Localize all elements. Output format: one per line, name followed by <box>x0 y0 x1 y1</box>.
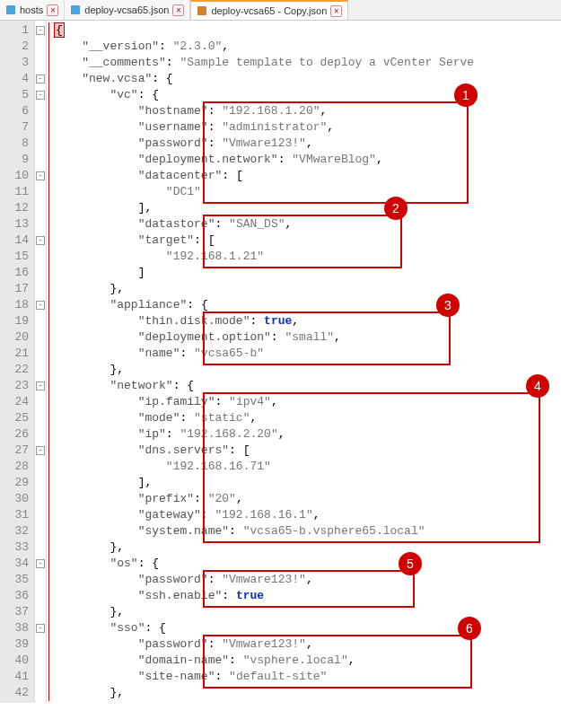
svg-rect-1 <box>71 5 80 14</box>
svg-rect-0 <box>6 5 15 14</box>
close-icon[interactable]: × <box>330 5 342 17</box>
file-icon <box>197 5 207 16</box>
close-icon[interactable]: × <box>172 4 184 16</box>
code-editor[interactable]: 1234567891011121314151617181920212223242… <box>0 21 561 703</box>
tab-hosts[interactable]: hosts × <box>0 0 65 20</box>
tab-label: deploy-vcsa65 - Copy.json <box>211 5 327 16</box>
torn-edge <box>0 703 561 724</box>
fold-column: ---------- <box>34 21 47 703</box>
close-icon[interactable]: × <box>47 4 58 16</box>
tab-deploy-json[interactable]: deploy-vcsa65.json × <box>65 0 190 20</box>
tab-deploy-copy-json[interactable]: deploy-vcsa65 - Copy.json × <box>190 0 348 20</box>
line-number-gutter: 1234567891011121314151617181920212223242… <box>0 21 34 703</box>
file-icon <box>70 4 81 15</box>
code-area[interactable]: { "__version": "2.3.0", "__comments": "S… <box>52 21 561 703</box>
tab-label: hosts <box>20 4 43 15</box>
file-icon <box>5 4 16 15</box>
svg-rect-2 <box>197 6 206 15</box>
tab-bar: hosts × deploy-vcsa65.json × deploy-vcsa… <box>0 0 561 21</box>
tab-label: deploy-vcsa65.json <box>84 4 169 15</box>
